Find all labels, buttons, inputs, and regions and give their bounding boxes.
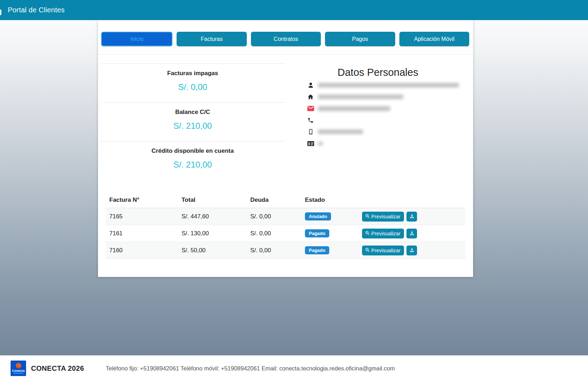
account-summary: Facturas impagas S/. 0,00 Balance C/C S/… bbox=[100, 64, 285, 180]
stat-label: Balance C/C bbox=[100, 108, 285, 116]
header-deuda: Deuda bbox=[247, 196, 301, 204]
tabs-divider bbox=[98, 54, 473, 55]
envelope-icon bbox=[307, 105, 314, 111]
footer: Conecta CONECTA 2026 Teléfono fijo: +519… bbox=[0, 355, 588, 381]
preview-button[interactable]: Previsualizar bbox=[362, 229, 404, 238]
stat-label: Crédito disponible en cuenta bbox=[100, 147, 285, 155]
personal-row-email bbox=[291, 103, 465, 114]
invoice-number: 7161 bbox=[106, 230, 178, 237]
page-title: Portal de Clientes bbox=[8, 0, 65, 20]
phone-icon bbox=[307, 117, 314, 123]
stat-label: Facturas impagas bbox=[100, 69, 285, 78]
tab-contratos[interactable]: Contratos bbox=[251, 32, 321, 46]
menu-icon[interactable] bbox=[0, 10, 1, 15]
tab-facturas[interactable]: Facturas bbox=[177, 32, 246, 46]
redacted-address bbox=[318, 95, 403, 99]
preview-button-label: Previsualizar bbox=[371, 231, 400, 236]
preview-button-label: Previsualizar bbox=[371, 248, 400, 253]
zoom-in-icon bbox=[365, 230, 370, 237]
mobile-icon bbox=[307, 128, 314, 135]
tab-pagos[interactable]: Pagos bbox=[325, 32, 395, 46]
home-icon bbox=[307, 93, 314, 100]
invoice-table: Factura N° Total Deuda Estado 7165 S/. 4… bbox=[106, 193, 465, 259]
download-icon bbox=[409, 230, 415, 237]
table-row: 7165 S/. 447,60 S/. 0,00 Anulado Previsu… bbox=[106, 208, 465, 225]
stat-value: S/. 210,00 bbox=[100, 121, 285, 131]
personal-row-id bbox=[291, 138, 465, 149]
table-row: 7160 S/. 50,00 S/. 0,00 Pagado Previsual… bbox=[106, 242, 465, 259]
personal-row-phone bbox=[291, 114, 465, 126]
redacted-id bbox=[318, 142, 323, 145]
download-icon bbox=[409, 247, 415, 254]
stat-credito-disponible: Crédito disponible en cuenta S/. 210,00 bbox=[100, 141, 285, 180]
invoice-number: 7165 bbox=[106, 213, 178, 220]
topbar: Portal de Clientes bbox=[0, 0, 588, 20]
invoice-total: S/. 130,00 bbox=[178, 230, 247, 237]
stat-facturas-impagas: Facturas impagas S/. 0,00 bbox=[100, 64, 285, 102]
stat-value: S/. 210,00 bbox=[100, 159, 285, 170]
logo-underline bbox=[13, 373, 23, 374]
zoom-in-icon bbox=[365, 247, 370, 254]
preview-button-label: Previsualizar bbox=[371, 214, 400, 219]
redacted-mobile bbox=[318, 129, 363, 134]
preview-button[interactable]: Previsualizar bbox=[362, 246, 404, 255]
table-row: 7161 S/. 130,00 S/. 0,00 Pagado Previsua… bbox=[106, 225, 465, 242]
personal-row-address bbox=[291, 91, 465, 103]
status-badge: Pagado bbox=[305, 246, 329, 254]
tab-aplicacion-movil[interactable]: Aplicación Móvil bbox=[399, 32, 469, 46]
table-header-row: Factura N° Total Deuda Estado bbox=[106, 193, 465, 208]
status-badge: Pagado bbox=[305, 229, 329, 237]
stat-value: S/. 0,00 bbox=[100, 82, 285, 92]
invoice-total: S/. 50,00 bbox=[178, 247, 247, 254]
redacted-email bbox=[318, 106, 390, 111]
download-icon bbox=[409, 213, 415, 220]
footer-contact: Teléfono fijo: +51908942061 Teléfono móv… bbox=[106, 356, 395, 381]
invoice-deuda: S/. 0,00 bbox=[247, 230, 301, 237]
download-button[interactable] bbox=[406, 246, 417, 255]
download-button[interactable] bbox=[406, 212, 417, 222]
header-total: Total bbox=[178, 196, 247, 204]
invoice-deuda: S/. 0,00 bbox=[247, 213, 301, 220]
tab-inicio[interactable]: Inicio bbox=[101, 32, 172, 46]
redacted-name bbox=[318, 83, 459, 87]
invoice-number: 7160 bbox=[106, 247, 178, 254]
main-card: Inicio Facturas Contratos Pagos Aplicaci… bbox=[98, 20, 473, 277]
logo-text: Conecta bbox=[12, 369, 25, 373]
download-button[interactable] bbox=[406, 229, 417, 238]
invoice-total: S/. 447,60 bbox=[178, 213, 247, 220]
tab-bar: Inicio Facturas Contratos Pagos Aplicaci… bbox=[101, 32, 469, 46]
personal-data-panel: Datos Personales bbox=[291, 65, 465, 149]
personal-row-mobile bbox=[291, 126, 465, 138]
header-estado: Estado bbox=[301, 196, 359, 204]
status-badge: Anulado bbox=[305, 212, 331, 220]
stat-balance-cc: Balance C/C S/. 210,00 bbox=[100, 102, 285, 141]
footer-brand: CONECTA 2026 bbox=[31, 356, 84, 381]
zoom-in-icon bbox=[365, 213, 370, 220]
conecta-logo: Conecta bbox=[11, 361, 26, 376]
id-card-icon bbox=[307, 141, 314, 146]
personal-data-title: Datos Personales bbox=[291, 65, 465, 79]
personal-row-name bbox=[291, 79, 465, 91]
preview-button[interactable]: Previsualizar bbox=[362, 212, 404, 222]
header-factura: Factura N° bbox=[106, 196, 178, 204]
logo-swoosh-icon bbox=[16, 363, 21, 368]
invoice-deuda: S/. 0,00 bbox=[247, 247, 301, 254]
user-icon bbox=[307, 82, 314, 89]
